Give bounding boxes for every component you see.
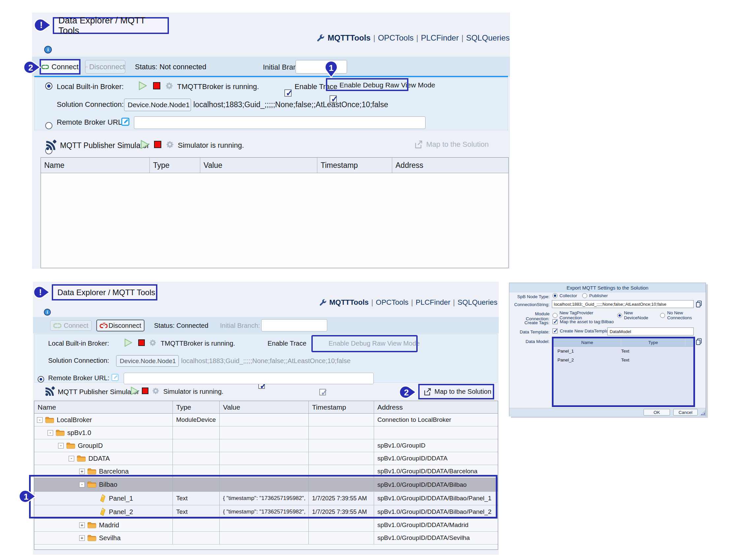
initial-branch-input[interactable]: [296, 60, 347, 74]
remote-broker-input-2[interactable]: [124, 373, 374, 384]
model-col-name[interactable]: Name: [554, 338, 621, 346]
col-address-2[interactable]: Address: [374, 401, 498, 413]
map-to-solution-link[interactable]: Map to the Solution: [414, 140, 489, 149]
nav-opctools[interactable]: OPCTools: [378, 33, 414, 43]
stop-icon-2[interactable]: [138, 339, 145, 346]
copy-icon-2[interactable]: [696, 338, 702, 345]
exclaim-callout-icon: !: [34, 17, 52, 33]
top-table: Name Type Value Timestamp Address: [41, 157, 509, 268]
sim-gear-icon-2[interactable]: [152, 387, 159, 394]
remote-broker-input[interactable]: [134, 116, 426, 129]
table-row-ddata[interactable]: -DDATA spBv1.0/GroupID/DDATA: [34, 452, 498, 465]
model-col-extra: [685, 338, 693, 346]
data-template-row: Create New DataTemplate:: [553, 328, 613, 333]
info-icon-2[interactable]: i: [44, 309, 51, 316]
table-row-spbv10[interactable]: -spBv1.0: [34, 426, 498, 439]
publisher-radio[interactable]: [582, 293, 587, 298]
expander-icon[interactable]: -: [69, 456, 74, 461]
share-icon: [414, 140, 423, 149]
expander-icon[interactable]: +: [79, 535, 85, 541]
col-type-2[interactable]: Type: [173, 401, 220, 413]
create-tags-text: Map the asset to tag:Bilbao: [560, 319, 614, 324]
stop-icon[interactable]: [153, 82, 160, 89]
expander-icon[interactable]: -: [58, 443, 64, 449]
gear-icon[interactable]: [165, 82, 173, 90]
folder-icon: [77, 455, 86, 462]
enable-trace-checkbox[interactable]: [284, 89, 292, 97]
nav-opctools-2[interactable]: OPCTools: [376, 298, 408, 307]
table-row-sevilha[interactable]: +Sevilha spBv1.0/GroupID/DDATA/Sevilha: [34, 532, 498, 544]
col-type[interactable]: Type: [150, 158, 200, 173]
disconnect-button-2[interactable]: Disconnect: [96, 320, 144, 331]
table-row-madrid[interactable]: +Madrid spBv1.0/GroupID/DDATA/Madrid: [34, 519, 498, 532]
sim-stop-icon-2[interactable]: [142, 388, 148, 394]
initial-branch-input-2[interactable]: [261, 319, 327, 331]
col-timestamp-2[interactable]: Timestamp: [309, 401, 374, 413]
col-name-2[interactable]: Name: [34, 401, 173, 413]
expander-icon[interactable]: +: [79, 469, 85, 474]
model-row-1[interactable]: Panel_1Text: [554, 347, 693, 356]
play-icon-2[interactable]: [124, 338, 132, 347]
sim-play-icon-2[interactable]: [131, 387, 139, 395]
cancel-button[interactable]: Cancel: [673, 409, 698, 416]
local-broker-radio[interactable]: [45, 82, 52, 90]
sim-gear-icon[interactable]: [166, 140, 174, 148]
copy-icon[interactable]: [696, 300, 702, 308]
devicenode-radio[interactable]: [617, 313, 622, 318]
table-row-groupid[interactable]: -GroupID spBv1.0/GroupID: [34, 439, 498, 452]
data-template-checkbox[interactable]: [553, 328, 557, 333]
nav-plcfinder-2[interactable]: PLCFinder: [416, 298, 450, 307]
nav-sqlqueries[interactable]: SQLQueries: [466, 33, 510, 43]
disconnect-button[interactable]: Disconnect: [85, 60, 125, 74]
model-col-type[interactable]: Type: [621, 338, 685, 346]
enable-debug-checkbox-2[interactable]: [319, 389, 326, 395]
solution-connection-dropdown-2[interactable]: Device.Node.Node1: [116, 355, 179, 367]
expander-icon[interactable]: -: [37, 417, 43, 423]
nav-plcfinder[interactable]: PLCFinder: [421, 33, 459, 43]
table-row-panel2[interactable]: Panel_2 Text { "timestamp": "17362571959…: [34, 505, 498, 519]
ok-button[interactable]: OK: [644, 409, 670, 416]
connect-button[interactable]: Connect: [42, 61, 79, 73]
expander-icon[interactable]: +: [79, 522, 85, 528]
solution-connection-dropdown[interactable]: Device.Node.Node1: [124, 99, 191, 111]
map-to-solution-button[interactable]: Map to the Solution: [420, 386, 492, 398]
table-row-barcelona[interactable]: +Barcelona spBv1.0/GroupID/DDATA/Barcelo…: [34, 465, 498, 478]
expander-icon[interactable]: -: [48, 430, 53, 436]
folder-icon: [66, 442, 75, 449]
simulator-status-2: Simulator is running.: [163, 388, 223, 395]
nav-mqtttools-2[interactable]: MQTTTools: [329, 298, 368, 307]
sim-play-icon[interactable]: [141, 140, 149, 149]
data-template-input[interactable]: DataModel: [607, 327, 694, 335]
connectionstring-input[interactable]: localhost;1883;_Guid_;;;;;None;false;;At…: [552, 300, 694, 308]
sim-stop-icon[interactable]: [154, 141, 161, 148]
edit-icon[interactable]: [121, 116, 131, 126]
table-row-panel1[interactable]: Panel_1 Text { "timestamp": "17362571959…: [34, 492, 498, 505]
col-value[interactable]: Value: [200, 158, 317, 173]
col-timestamp[interactable]: Timestamp: [317, 158, 392, 173]
connectionstring-label: ConnectionString:: [511, 302, 550, 307]
solution-connection-radio[interactable]: [45, 122, 52, 129]
noconnections-radio[interactable]: [660, 313, 665, 318]
col-address[interactable]: Address: [392, 158, 508, 173]
table-row-bilbao[interactable]: -Bilbao spBv1.0/GroupID/DDATA/Bilbao: [34, 478, 498, 492]
resize-grip-icon[interactable]: [699, 410, 706, 416]
nav-sqlqueries-2[interactable]: SQLQueries: [458, 298, 497, 307]
table-row-localbroker[interactable]: -LocalBroker ModuleDevice Connection to …: [34, 414, 498, 426]
create-tags-checkbox[interactable]: [553, 319, 557, 324]
edit-icon-2[interactable]: [111, 372, 120, 382]
play-icon[interactable]: [139, 81, 147, 90]
nav-mqtttools[interactable]: MQTTTools: [328, 33, 370, 43]
info-icon[interactable]: i: [44, 46, 52, 53]
gear-icon-2[interactable]: [149, 339, 156, 346]
model-row-2[interactable]: Panel_2Text: [554, 356, 693, 364]
col-value-2[interactable]: Value: [220, 401, 309, 413]
solution-connstring: localhost;1883;Guid_;;;;;None;false;;AtL…: [193, 100, 388, 109]
expander-icon[interactable]: -: [79, 482, 85, 487]
simulator-icon: [45, 139, 57, 151]
col-name[interactable]: Name: [41, 158, 150, 173]
divider-line: [34, 76, 508, 77]
connect-button-2[interactable]: Connect: [50, 320, 92, 331]
local-broker-radio-2[interactable]: [38, 376, 44, 383]
tagprovider-radio[interactable]: [553, 313, 557, 318]
collector-radio[interactable]: [553, 293, 557, 298]
